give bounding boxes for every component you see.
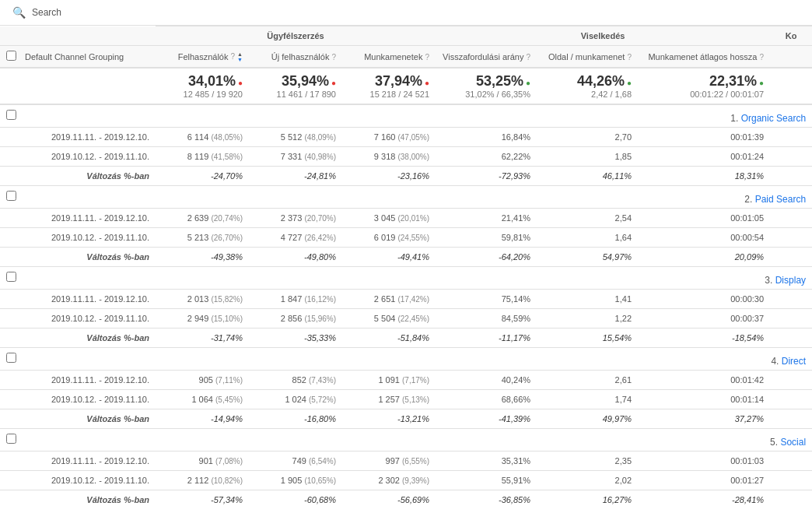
row-date: 2019.10.12. - 2019.11.10. [19, 309, 156, 329]
channel-checkbox-4[interactable] [0, 429, 19, 452]
channel-link-4[interactable]: Social [780, 437, 806, 448]
channel-link-2[interactable]: Display [775, 275, 806, 286]
row-date: 2019.10.12. - 2019.11.10. [19, 471, 156, 490]
channel-link-3[interactable]: Direct [782, 356, 806, 367]
help-icon: ? [231, 52, 236, 61]
row-duration: 00:00:54 [638, 228, 770, 248]
help-icon: ? [627, 53, 632, 61]
channel-checkbox-2[interactable] [0, 267, 19, 290]
row-extra [770, 147, 812, 167]
summary-duration: 22,31% 00:01:22 / 00:01:07 [638, 68, 770, 104]
channel-checkbox-1[interactable] [0, 186, 19, 209]
row-users: 901 (7,08%) [156, 452, 249, 471]
row-date: 2019.11.11. - 2019.12.10. [19, 128, 156, 147]
channel-check-0[interactable] [6, 110, 16, 120]
row-new-users: 2 373 (20,70%) [249, 209, 342, 228]
row-duration: 00:01:42 [638, 371, 770, 390]
channel-check-1[interactable] [6, 191, 16, 201]
change-label: Változás %-ban [19, 490, 156, 507]
channel-link-0[interactable]: Organic Search [741, 113, 806, 124]
row-pages: 1,64 [537, 228, 638, 248]
row-duration: 00:01:24 [638, 147, 770, 167]
row-duration: 00:01:03 [638, 452, 770, 471]
row-extra [770, 452, 812, 471]
row-pages: 2,70 [537, 128, 638, 147]
help-icon: ? [425, 53, 429, 61]
channel-checkbox-0[interactable] [0, 104, 19, 128]
change-extra [770, 167, 812, 186]
row-extra [770, 471, 812, 490]
row-duration: 00:00:37 [638, 309, 770, 329]
row-bounce: 75,14% [436, 290, 537, 309]
row-sessions: 3 045 (20,01%) [342, 209, 436, 228]
change-bounce: -64,20% [436, 248, 537, 267]
select-all-checkbox[interactable] [6, 51, 16, 61]
row-pages: 2,35 [537, 452, 638, 471]
summary-extra [770, 68, 812, 104]
row-new-users: 2 856 (15,96%) [249, 309, 342, 329]
checkbox-header[interactable] [0, 46, 19, 69]
row-bounce: 35,31% [436, 452, 537, 471]
col-bounce[interactable]: Visszafordulási arány ? [436, 46, 537, 69]
change-checkbox [0, 167, 19, 186]
row-users: 6 114 (48,05%) [156, 128, 249, 147]
row-bounce: 40,24% [436, 371, 537, 390]
data-table: Ügyfélszerzés Viselkedés Ko Default Chan… [0, 26, 812, 506]
change-checkbox [0, 490, 19, 507]
summary-checkbox [0, 68, 19, 104]
channel-name-4: 5. Social [19, 429, 812, 452]
col-duration[interactable]: Munkamenet átlagos hossza ? [638, 46, 770, 69]
summary-bounce: 53,25% 31,02% / 66,35% [436, 68, 537, 104]
row-checkbox [0, 228, 19, 248]
channel-check-4[interactable] [6, 434, 16, 444]
row-checkbox [0, 390, 19, 409]
row-users: 8 119 (41,58%) [156, 147, 249, 167]
col-pages[interactable]: Oldal / munkamenet ? [537, 46, 638, 69]
search-label: Search [32, 7, 61, 18]
row-checkbox [0, 452, 19, 471]
channel-checkbox-3[interactable] [0, 348, 19, 371]
change-bounce: -11,17% [436, 329, 537, 348]
row-checkbox [0, 471, 19, 490]
change-sessions: -51,84% [342, 329, 436, 348]
channel-check-3[interactable] [6, 353, 16, 363]
change-duration: -18,54% [638, 329, 770, 348]
channel-name-0: 1. Organic Search [19, 104, 812, 128]
row-date: 2019.10.12. - 2019.11.10. [19, 147, 156, 167]
help-icon: ? [526, 53, 530, 61]
row-checkbox [0, 290, 19, 309]
change-duration: 20,09% [638, 248, 770, 267]
help-icon: ? [331, 53, 336, 61]
col-sessions[interactable]: Munkamenetek ? [342, 46, 436, 69]
row-date: 2019.10.12. - 2019.11.10. [19, 390, 156, 409]
change-label: Változás %-ban [19, 409, 156, 429]
row-extra [770, 309, 812, 329]
summary-users: 34,01% 12 485 / 19 920 [156, 68, 249, 104]
change-new_users: -35,33% [249, 329, 342, 348]
change-sessions: -56,69% [342, 490, 436, 507]
row-extra [770, 228, 812, 248]
row-bounce: 62,22% [436, 147, 537, 167]
change-users: -49,38% [156, 248, 249, 267]
row-users: 1 064 (5,45%) [156, 390, 249, 409]
row-pages: 1,74 [537, 390, 638, 409]
row-pages: 2,54 [537, 209, 638, 228]
change-pages: 16,27% [537, 490, 638, 507]
summary-sessions: 37,94% 15 218 / 24 521 [342, 68, 436, 104]
channel-link-1[interactable]: Paid Search [755, 194, 806, 205]
change-label: Változás %-ban [19, 329, 156, 348]
row-users: 905 (7,11%) [156, 371, 249, 390]
row-extra [770, 128, 812, 147]
change-bounce: -41,39% [436, 409, 537, 429]
row-sessions: 5 504 (22,45%) [342, 309, 436, 329]
sort-icon[interactable]: ▲▼ [237, 51, 243, 62]
change-bounce: -72,93% [436, 167, 537, 186]
col-users[interactable]: Felhasználók ? ▲▼ [156, 46, 249, 69]
change-users: -24,70% [156, 167, 249, 186]
col-new-users[interactable]: Új felhasználók ? [249, 46, 342, 69]
row-pages: 1,41 [537, 290, 638, 309]
channel-check-2[interactable] [6, 272, 16, 282]
row-bounce: 16,84% [436, 128, 537, 147]
row-new-users: 1 847 (16,12%) [249, 290, 342, 309]
row-extra [770, 290, 812, 309]
